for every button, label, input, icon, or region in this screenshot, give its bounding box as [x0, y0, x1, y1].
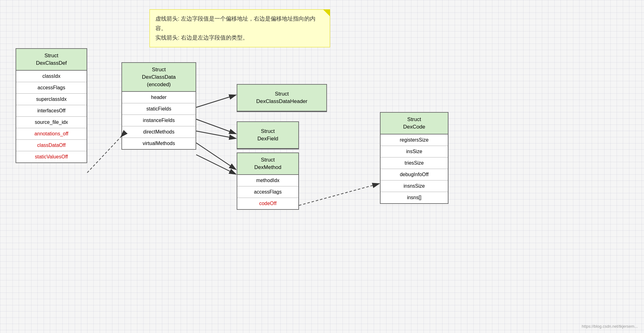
watermark: https://blog.csdn.net/tkjersem...	[582, 324, 638, 329]
arrows-overlay	[0, 0, 644, 333]
field-triessize: triesSize	[381, 157, 448, 169]
arrow-classdataoff-to-dexclassdata	[87, 137, 121, 173]
field-header: header	[122, 92, 196, 103]
struct-dexcode: StructDexCode registersSize insSize trie…	[380, 112, 448, 204]
field-staticfields: staticFields	[122, 103, 196, 115]
field-superclassidx: superclassIdx	[16, 94, 87, 105]
field-debuginfooff: debugInfoOff	[381, 169, 448, 181]
field-accessflags2: accessFlags	[237, 186, 298, 198]
struct-dexmethod: StructDexMethod methodIdx accessFlags co…	[237, 152, 299, 210]
field-insns: insns[]	[381, 192, 448, 203]
struct-dexclassdataheader-header: StructDexClassDataHeader	[237, 85, 326, 111]
legend-line2: 实线箭头: 右边是左边字段值的类型。	[155, 33, 324, 43]
struct-dexfield: StructDexField	[237, 121, 299, 149]
struct-dexclassdataheader: StructDexClassDataHeader	[237, 84, 327, 112]
field-staticvaluesoff: staticValuesOff	[16, 151, 87, 162]
field-instancefields: instanceFields	[122, 115, 196, 126]
field-registerssize: registersSize	[381, 134, 448, 146]
struct-dexclassdata-header: StructDexClassData(encoded)	[122, 63, 196, 92]
field-insnssize: insnsSize	[381, 181, 448, 192]
arrow-virtualmethods-to-dexmethod	[196, 155, 236, 174]
field-classdataoff: classDataOff	[16, 140, 87, 151]
struct-dexfield-header: StructDexField	[237, 122, 298, 149]
field-sourcefileidx: source_file_idx	[16, 117, 87, 128]
struct-dexclassdef-header: StructDexClassDef	[16, 49, 87, 71]
struct-dexmethod-header: StructDexMethod	[237, 153, 298, 175]
field-accessflags1: accessFlags	[16, 82, 87, 94]
arrow-directmethods-to-dexmethod	[196, 143, 236, 170]
field-methodidx: methodIdx	[237, 175, 298, 186]
struct-dexclassdef: StructDexClassDef classIdx accessFlags s…	[16, 48, 87, 163]
field-directmethods: directMethods	[122, 126, 196, 138]
field-virtualmethods: virtualMethods	[122, 138, 196, 149]
legend-box: 虚线箭头: 左边字段值是一个偏移地址，右边是偏移地址指向的内容。 实线箭头: 右…	[149, 9, 330, 47]
legend-line1: 虚线箭头: 左边字段值是一个偏移地址，右边是偏移地址指向的内容。	[155, 14, 324, 33]
struct-dexcode-header: StructDexCode	[381, 113, 448, 134]
arrow-header-to-dexclassdataheader	[196, 95, 236, 107]
field-interfacesoff: interfacesOff	[16, 105, 87, 117]
arrow-staticfields-to-dexfield	[196, 119, 236, 134]
struct-dexclassdata: StructDexClassData(encoded) header stati…	[121, 62, 196, 150]
field-codeoff: codeOff	[237, 198, 298, 209]
field-classidx: classIdx	[16, 71, 87, 82]
field-inssize: insSize	[381, 146, 448, 157]
arrow-codeoff-to-dexcode	[299, 184, 379, 205]
arrow-instancefields-to-dexfield	[196, 131, 236, 138]
field-annotationsoff: annotations_off	[16, 128, 87, 140]
